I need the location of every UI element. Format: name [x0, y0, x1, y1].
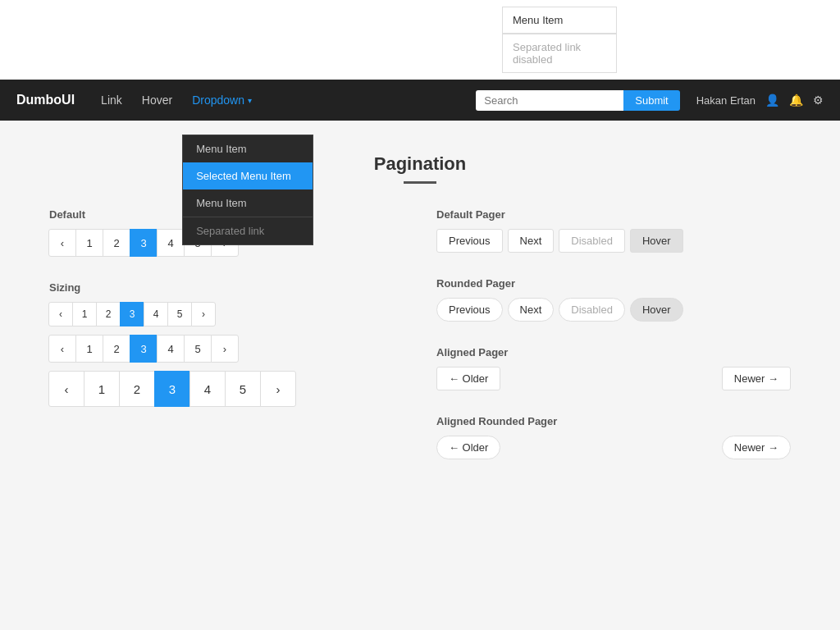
- main-content: Pagination Default ‹ 1 2 3 4 5 › Sizing: [0, 121, 840, 531]
- nav-link-link[interactable]: Link: [91, 94, 132, 107]
- rounded-pager-hover-btn[interactable]: Hover: [630, 298, 683, 322]
- pager-next-btn[interactable]: Next: [508, 229, 555, 253]
- nav-dropdown-toggle[interactable]: Dropdown ▾: [182, 94, 262, 107]
- md-1[interactable]: 1: [76, 335, 103, 363]
- rounded-pager-previous-btn[interactable]: Previous: [436, 298, 503, 322]
- dropdown-menu: Menu Item Selected Menu Item Menu Item S…: [182, 135, 313, 245]
- search-input[interactable]: [476, 90, 623, 111]
- dropdown-item-3[interactable]: Menu Item: [183, 189, 313, 217]
- aligned-rounded-pager-label: Aligned Rounded Pager: [436, 415, 791, 427]
- sm-5[interactable]: 5: [168, 302, 192, 326]
- pagination-medium: ‹ 1 2 3 4 5 ›: [49, 335, 404, 363]
- left-column: Default ‹ 1 2 3 4 5 › Sizing ‹ 1 2: [49, 208, 404, 484]
- dropdown-item-1[interactable]: Menu Item: [183, 135, 313, 162]
- dropdown-item-separated[interactable]: Separated link: [183, 217, 313, 244]
- aligned-rounded-older-btn[interactable]: ← Older: [436, 436, 500, 459]
- md-next[interactable]: ›: [212, 335, 239, 363]
- pager-previous-btn[interactable]: Previous: [436, 229, 503, 253]
- navbar: DumboUI Link Hover Dropdown ▾ Menu Item …: [0, 80, 840, 121]
- sm-prev[interactable]: ‹: [49, 302, 73, 326]
- pager-disabled-btn: Disabled: [559, 229, 625, 253]
- rounded-pager-section: Rounded Pager Previous Next Disabled Hov…: [436, 277, 791, 322]
- pager-hover-btn[interactable]: Hover: [630, 229, 683, 253]
- lg-2[interactable]: 2: [120, 371, 155, 407]
- default-pager-label: Default Pager: [436, 208, 791, 221]
- search-form: Submit: [476, 90, 679, 111]
- pagination-small: ‹ 1 2 3 4 5 ›: [49, 302, 404, 326]
- rounded-pager-disabled-btn: Disabled: [559, 298, 625, 322]
- user-icon[interactable]: 👤: [765, 94, 779, 107]
- aligned-pager-label: Aligned Pager: [436, 346, 791, 358]
- pagination-1[interactable]: 1: [76, 229, 103, 257]
- sizing-pagination-label: Sizing: [49, 281, 404, 294]
- aligned-rounded-pager: ← Older Newer →: [436, 436, 791, 459]
- columns-layout: Default ‹ 1 2 3 4 5 › Sizing ‹ 1 2: [49, 208, 791, 484]
- gear-icon[interactable]: ⚙: [813, 94, 824, 107]
- pagination-4[interactable]: 4: [158, 229, 185, 257]
- aligned-newer-btn[interactable]: Newer →: [722, 367, 791, 390]
- md-4[interactable]: 4: [158, 335, 185, 363]
- rounded-pager: Previous Next Disabled Hover: [436, 298, 791, 322]
- rounded-pager-label: Rounded Pager: [436, 277, 791, 290]
- section-title: Pagination: [49, 153, 791, 175]
- lg-4[interactable]: 4: [190, 371, 226, 407]
- lg-next[interactable]: ›: [261, 371, 296, 407]
- search-submit-button[interactable]: Submit: [623, 90, 679, 111]
- sizing-pagination-section: Sizing ‹ 1 2 3 4 5 › ‹ 1 2 3 4: [49, 281, 404, 407]
- aligned-pager: ← Older Newer →: [436, 367, 791, 390]
- aligned-rounded-newer-btn[interactable]: Newer →: [722, 436, 791, 459]
- pagination-large: ‹ 1 2 3 4 5 ›: [49, 371, 404, 407]
- sm-4[interactable]: 4: [144, 302, 168, 326]
- aligned-rounded-pager-section: Aligned Rounded Pager ← Older Newer →: [436, 415, 791, 459]
- lg-5[interactable]: 5: [226, 371, 261, 407]
- pagination-prev[interactable]: ‹: [49, 229, 76, 257]
- md-prev[interactable]: ‹: [49, 335, 76, 363]
- sm-next[interactable]: ›: [192, 302, 216, 326]
- right-column: Default Pager Previous Next Disabled Hov…: [436, 208, 791, 484]
- nav-dropdown-label: Dropdown: [192, 94, 244, 107]
- nav-link-hover[interactable]: Hover: [132, 94, 182, 107]
- lg-3-active[interactable]: 3: [155, 371, 190, 407]
- md-2[interactable]: 2: [103, 335, 130, 363]
- default-pager: Previous Next Disabled Hover: [436, 229, 791, 253]
- sm-1[interactable]: 1: [73, 302, 97, 326]
- rounded-pager-next-btn[interactable]: Next: [508, 298, 555, 322]
- aligned-older-btn[interactable]: ← Older: [436, 367, 500, 390]
- dropdown-item-selected[interactable]: Selected Menu Item: [183, 162, 313, 189]
- navbar-brand: DumboUI: [16, 93, 75, 107]
- top-snippet: Menu Item Separated link disabled: [0, 0, 840, 80]
- sm-3-active[interactable]: 3: [121, 302, 144, 326]
- user-name: Hakan Ertan: [696, 94, 756, 107]
- top-separated-link: Separated link disabled: [502, 34, 617, 73]
- lg-1[interactable]: 1: [84, 371, 120, 407]
- aligned-pager-section: Aligned Pager ← Older Newer →: [436, 346, 791, 390]
- pagination-3-active[interactable]: 3: [130, 229, 158, 257]
- lg-prev[interactable]: ‹: [49, 371, 84, 407]
- md-5[interactable]: 5: [185, 335, 212, 363]
- md-3-active[interactable]: 3: [130, 335, 158, 363]
- bell-icon[interactable]: 🔔: [789, 94, 803, 107]
- default-pager-section: Default Pager Previous Next Disabled Hov…: [436, 208, 791, 253]
- section-divider: [404, 181, 436, 184]
- sm-2[interactable]: 2: [97, 302, 121, 326]
- nav-dropdown-wrapper: Dropdown ▾ Menu Item Selected Menu Item …: [182, 94, 262, 107]
- top-menu-item: Menu Item: [502, 7, 617, 34]
- pagination-2[interactable]: 2: [103, 229, 130, 257]
- navbar-right: Hakan Ertan 👤 🔔 ⚙: [696, 94, 824, 107]
- caret-icon: ▾: [248, 96, 252, 105]
